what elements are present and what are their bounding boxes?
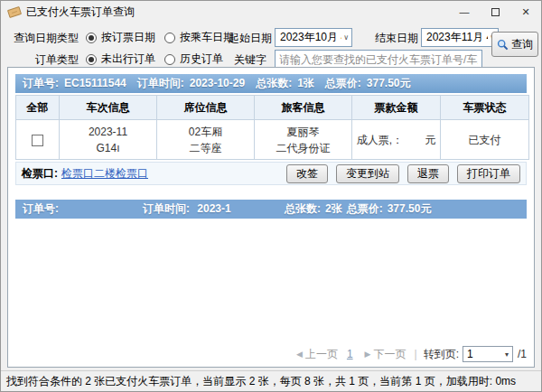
col-header-train-info: 车次信息 xyxy=(60,96,157,120)
radio-label: 按乘车日期 xyxy=(180,30,234,45)
order-price-label: 总票价: xyxy=(347,200,383,219)
fare-cell: 成人票,： 元 xyxy=(352,120,441,160)
col-header-all: 全部 xyxy=(16,96,60,120)
close-button[interactable]: ✕ xyxy=(510,1,541,23)
order-time-label: 订单时间: xyxy=(143,202,190,215)
order-count-label: 总张数: xyxy=(285,200,321,219)
order-time-label: 订单时间: xyxy=(137,74,184,93)
order-price-value: 377.50元 xyxy=(367,74,411,93)
status-bar: 找到符合条件的 2 张已支付火车票订单，当前显示 2 张，每页 8 张，共 1 … xyxy=(1,370,541,391)
maximize-button[interactable] xyxy=(480,1,510,23)
maximize-icon xyxy=(491,8,500,16)
gate-link[interactable]: 检票口二楼检票口 xyxy=(61,166,148,182)
keyword-input[interactable] xyxy=(275,50,482,69)
carriage: 02车厢 xyxy=(157,124,254,140)
radio-selected-icon xyxy=(86,54,97,65)
radio-label: 历史订单 xyxy=(180,51,223,67)
order-time: 订单时间: 2023-1 xyxy=(143,200,280,219)
chevron-down-icon: ▾ xyxy=(505,350,509,359)
print-order-button[interactable]: 打印订单 xyxy=(457,164,520,183)
start-date-value: 2023年10月 4日 xyxy=(280,30,341,45)
end-date-label: 结束日期 xyxy=(375,31,418,46)
prev-page-icon: ◀ xyxy=(296,350,303,359)
keyword-label: 关键字 xyxy=(234,52,266,68)
refund-button[interactable]: 退票 xyxy=(407,164,449,183)
filter-panel: 查询日期类型 按订票日期 按乘车日期 起始日期 2023年10月 4日 ∨ 结束… xyxy=(1,23,542,67)
search-button[interactable]: 查询 xyxy=(491,32,538,57)
order-count-label: 总张数: xyxy=(256,74,292,93)
tickets-table: 全部 车次信息 席位信息 旅客信息 票款金额 车票状态 2023-11 G14ı… xyxy=(15,95,529,160)
window-controls: — ✕ xyxy=(449,1,541,23)
goto-page-label: 转到页: xyxy=(424,347,459,362)
app-window: 已支付火车票订单查询 — ✕ 查询日期类型 按订票日期 按乘车日期 起始日期 2… xyxy=(0,0,542,392)
row-checkbox[interactable] xyxy=(32,135,43,146)
seat-class: 二等座 xyxy=(157,140,254,156)
order-no-label: 订单号: xyxy=(23,74,59,93)
radio-unselected-icon xyxy=(164,33,175,43)
search-button-label: 查询 xyxy=(511,37,533,52)
title-bar: 已支付火车票订单查询 — ✕ xyxy=(1,1,541,23)
col-header-ticket-status: 车票状态 xyxy=(441,96,529,120)
ticket-status-cell: 已支付 xyxy=(441,120,529,160)
passenger-info-cell: 夏丽琴 二代身份证 xyxy=(255,120,352,160)
radio-by-ride-date[interactable]: 按乘车日期 xyxy=(164,30,234,45)
radio-selected-icon xyxy=(86,33,97,43)
pagination-divider: | xyxy=(415,348,417,360)
date-type-label: 查询日期类型 xyxy=(10,31,79,46)
order-no-label: 订单号: xyxy=(23,200,138,219)
col-header-passenger-info: 旅客信息 xyxy=(255,96,352,120)
order-price-label: 总票价: xyxy=(325,74,361,93)
goto-page-dropdown[interactable]: 1 ▾ xyxy=(463,346,513,362)
pagination: ◀ 上一页 1 ▶ 下一页 | 转到页: 1 ▾ /1 xyxy=(294,346,527,362)
start-date-label: 起始日期 xyxy=(229,31,272,46)
ticket-icon xyxy=(7,6,22,18)
search-icon xyxy=(497,39,509,51)
order-count-value: 2张 xyxy=(325,200,342,219)
gate-label: 检票口: xyxy=(22,166,58,182)
radio-upcoming-orders[interactable]: 未出行订单 xyxy=(86,51,155,67)
status-text: 找到符合条件的 2 张已支付火车票订单，当前显示 2 张，每页 8 张，共 1 … xyxy=(6,374,516,389)
prev-page-button[interactable]: 上一页 xyxy=(305,347,338,362)
order-no-value: EC15111544 xyxy=(64,74,126,93)
radio-label: 按订票日期 xyxy=(101,30,155,45)
order-count-value: 1张 xyxy=(297,74,314,93)
order-price-value: 377.50元 xyxy=(388,200,432,219)
table-row: 2023-11 G14ı 02车厢 二等座 夏丽琴 二代身份证 成人票,： 元 … xyxy=(16,120,529,160)
passenger-id-type: 二代身份证 xyxy=(255,140,351,156)
current-page-link[interactable]: 1 xyxy=(347,348,353,360)
rebook-button[interactable]: 改签 xyxy=(286,164,328,183)
seat-info-cell: 02车厢 二等座 xyxy=(157,120,255,160)
table-header-row: 全部 车次信息 席位信息 旅客信息 票款金额 车票状态 xyxy=(16,96,529,120)
total-pages: /1 xyxy=(518,348,527,360)
radio-label: 未出行订单 xyxy=(101,51,155,67)
gate-row: 检票口: 检票口二楼检票口 改签 变更到站 退票 打印订单 xyxy=(15,162,527,185)
window-title: 已支付火车票订单查询 xyxy=(26,5,135,20)
results-panel: 订单号: EC15111544 订单时间: 2023-10-29 总张数: 1张… xyxy=(7,67,535,368)
row-select-cell xyxy=(16,120,60,160)
end-date-value: 2023年11月 4日 xyxy=(426,30,488,45)
col-header-seat-info: 席位信息 xyxy=(157,96,255,120)
train-date: 2023-11 xyxy=(60,124,156,140)
train-info-cell: 2023-11 G14ı xyxy=(60,120,157,160)
order-time-value: 2023-1 xyxy=(197,202,230,215)
order1-header: 订单号: EC15111544 订单时间: 2023-10-29 总张数: 1张… xyxy=(15,74,527,93)
col-header-fare: 票款金额 xyxy=(352,96,441,120)
end-date-dropdown[interactable]: 2023年11月 4日 ∨ xyxy=(421,28,499,47)
next-page-icon: ▶ xyxy=(365,350,371,359)
train-number: G14ı xyxy=(60,140,156,156)
next-page-button[interactable]: 下一页 xyxy=(374,347,406,362)
radio-by-booking-date[interactable]: 按订票日期 xyxy=(86,30,155,45)
minimize-button[interactable]: — xyxy=(449,1,480,23)
change-destination-button[interactable]: 变更到站 xyxy=(336,164,399,183)
order-actions: 改签 变更到站 退票 打印订单 xyxy=(286,164,520,183)
passenger-name: 夏丽琴 xyxy=(255,124,351,140)
order2-header: 订单号: 订单时间: 2023-1 总张数: 2张 总票价: 377.50元 xyxy=(15,200,527,219)
order-type-label: 订单类型 xyxy=(10,52,79,68)
start-date-dropdown[interactable]: 2023年10月 4日 ∨ xyxy=(275,28,352,47)
radio-unselected-icon xyxy=(164,54,175,65)
order-time-value: 2023-10-29 xyxy=(190,74,245,93)
radio-history-orders[interactable]: 历史订单 xyxy=(164,51,223,67)
goto-page-value: 1 xyxy=(467,348,473,360)
chevron-down-icon: ∨ xyxy=(343,33,349,42)
